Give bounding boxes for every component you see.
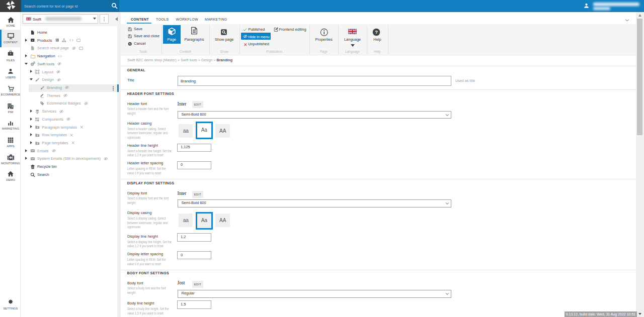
svg-text:?: ? — [375, 30, 378, 35]
